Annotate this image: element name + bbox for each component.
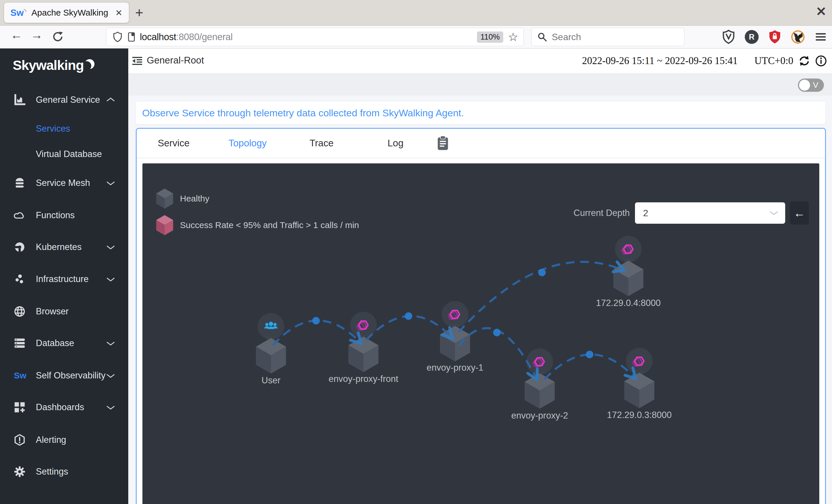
sidebar-item-database[interactable]: Database [0, 334, 128, 352]
chevron-down-icon [106, 180, 115, 186]
node-label: envoy-proxy-front [329, 374, 398, 384]
healthy-cube-icon [156, 189, 174, 209]
sidebar-item-functions[interactable]: Functions [0, 206, 128, 224]
gear-icon [14, 466, 25, 477]
layers-icon [14, 177, 25, 189]
service-card: Service Topology Trace Log [136, 128, 826, 504]
sidebar-item-label: Kubernetes [36, 242, 82, 252]
chevron-down-icon [769, 210, 779, 216]
back-button[interactable]: ← [10, 28, 23, 42]
topology-node-envoy-proxy-1[interactable]: envoy-proxy-1 [427, 301, 483, 373]
info-banner: Observe Service through telemetry data c… [136, 102, 825, 124]
time-range[interactable]: 2022-09-26 15:11 ~ 2022-09-26 15:41 [582, 55, 738, 67]
sidebar-item-self-observability[interactable]: Sw Self Observability [0, 367, 128, 385]
search-input[interactable] [551, 31, 662, 43]
chevron-up-icon [106, 97, 115, 103]
tab-service[interactable]: Service [137, 138, 211, 149]
depth-value: 2 [643, 208, 648, 219]
bookmark-star-icon[interactable]: ☆ [508, 30, 518, 44]
reload-button[interactable] [52, 31, 63, 43]
version-toggle[interactable]: V [798, 79, 824, 92]
topology-node-user[interactable]: User [256, 313, 286, 385]
dashboards-grid-icon [14, 401, 25, 413]
sidebar-item-service-mesh[interactable]: Service Mesh [0, 174, 128, 192]
sidebar-item-virtual-database[interactable]: Virtual Database [0, 145, 128, 163]
search-icon [537, 32, 547, 42]
privacy-shield-extension-icon[interactable] [769, 30, 781, 44]
sidebar-item-label: Functions [36, 210, 75, 221]
tab-close-icon[interactable]: ✕ [115, 8, 123, 18]
sidebar-item-label: Alerting [36, 435, 66, 445]
sidebar-item-label: Browser [36, 306, 69, 317]
main-content: General-Root 2022-09-26 15:11 ~ 2022-09-… [128, 49, 832, 504]
window-close-button[interactable]: ✕ [816, 4, 827, 19]
shield-permissions-icon[interactable] [113, 31, 123, 43]
tab-trace[interactable]: Trace [285, 138, 359, 149]
topology-legend: Healthy Success Rate < 95% and Traffic >… [156, 185, 359, 239]
tab-log[interactable]: Log [359, 138, 433, 149]
sidebar-item-infrastructure[interactable]: Infrastructure [0, 270, 128, 288]
page-info-icon[interactable] [127, 32, 136, 42]
info-icon[interactable] [815, 55, 827, 67]
sidebar-item-label: Services [36, 123, 70, 134]
browser-tab-strip: Sw◝ Apache SkyWalking ✕ + ✕ [0, 0, 832, 26]
browser-tab[interactable]: Sw◝ Apache SkyWalking ✕ [4, 3, 129, 23]
topology-node-172-29-0-4[interactable]: 172.29.0.4:8000 [596, 236, 661, 308]
badger-extension-icon[interactable] [791, 30, 805, 44]
legend-label: Healthy [180, 194, 209, 203]
node-label: envoy-proxy-2 [511, 411, 568, 421]
sidebar-item-alerting[interactable]: Alerting [0, 431, 128, 449]
sidebar-item-general-service[interactable]: General Service [0, 91, 128, 109]
depth-controls: Current Depth 2 ← [573, 201, 809, 225]
tab-topology[interactable]: Topology [211, 138, 285, 149]
r-extension-icon[interactable]: R [745, 30, 759, 44]
depth-select[interactable]: 2 [635, 202, 785, 224]
forward-button[interactable]: → [31, 28, 43, 42]
alert-cube-icon [156, 215, 174, 235]
infrastructure-dots-icon [14, 273, 25, 285]
database-icon [14, 337, 25, 349]
shield-v-extension-icon[interactable] [722, 30, 735, 44]
node-label: envoy-proxy-1 [427, 363, 483, 373]
zoom-level-badge[interactable]: 110% [477, 31, 503, 43]
sidebar-item-settings[interactable]: Settings [0, 463, 128, 481]
chevron-down-icon [106, 340, 115, 346]
page-title: General-Root [147, 55, 204, 66]
sidebar-item-label: Settings [36, 467, 68, 477]
alert-hexagon-icon [14, 434, 25, 446]
sidebar-item-dashboards[interactable]: Dashboards [0, 398, 128, 416]
sidebar-item-label: Self Observability [36, 370, 105, 381]
url-bar[interactable]: localhost:8080/general 110% ☆ [106, 28, 523, 46]
topology-back-button[interactable]: ← [790, 201, 809, 225]
timezone[interactable]: UTC+0:0 [755, 55, 793, 67]
search-bar[interactable] [531, 28, 684, 46]
new-tab-button[interactable]: + [135, 5, 143, 20]
app-header: General-Root 2022-09-26 15:11 ~ 2022-09-… [128, 49, 832, 74]
sw-logo-icon: Sw [14, 370, 25, 381]
hamburger-menu-icon[interactable] [815, 31, 827, 43]
sidebar-item-kubernetes[interactable]: Kubernetes [0, 238, 128, 256]
tabs-row: Service Topology Trace Log [137, 129, 825, 158]
refresh-icon[interactable] [799, 55, 810, 67]
browser-toolbar: ← → localhost:8080/general 110% ☆ [0, 26, 832, 49]
topology-node-envoy-proxy-2[interactable]: envoy-proxy-2 [511, 348, 568, 421]
sidebar-item-services[interactable]: Services [0, 120, 128, 138]
node-label: 172.29.0.3:8000 [607, 410, 672, 420]
sidebar-item-label: General Service [36, 95, 100, 105]
sidebar-item-label: Database [36, 338, 74, 348]
clipboard-icon[interactable] [437, 136, 449, 151]
node-label: 172.29.0.4:8000 [596, 298, 661, 308]
chevron-down-icon [106, 276, 115, 282]
topology-node-172-29-0-3[interactable]: 172.29.0.3:8000 [607, 348, 672, 420]
sidebar-item-label: Virtual Database [36, 149, 102, 159]
sidebar-item-label: Infrastructure [36, 274, 89, 284]
sidebar-item-browser[interactable]: Browser [0, 303, 128, 320]
globe-icon [14, 306, 25, 317]
toggle-knob [799, 80, 810, 91]
sidebar-collapse-icon[interactable] [132, 56, 143, 66]
tab-title: Apache SkyWalking [31, 8, 108, 18]
topology-node-envoy-proxy-front[interactable]: envoy-proxy-front [329, 312, 398, 384]
node-label: User [261, 375, 280, 385]
skywalking-logo: Skywalking [13, 57, 97, 73]
firefox-window: Sw◝ Apache SkyWalking ✕ + ✕ ← → localhos… [0, 0, 832, 504]
